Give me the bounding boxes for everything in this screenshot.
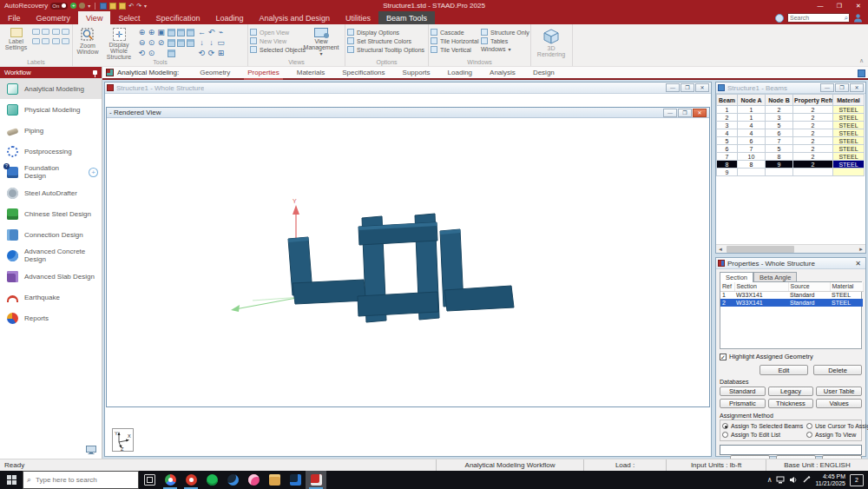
table-cell[interactable]: 1	[738, 114, 766, 122]
tab-supports[interactable]: Supports	[394, 67, 439, 78]
zoom-box-icon[interactable]: ▣	[156, 28, 166, 38]
label-tool-icon[interactable]	[32, 29, 40, 35]
sidebar-item-foundation-design[interactable]: ?Foundation Design+	[0, 162, 102, 182]
maximize-button[interactable]: ❐	[678, 109, 692, 117]
table-cell[interactable]	[833, 169, 865, 176]
sidebar-item-reports[interactable]: Reports	[0, 307, 102, 328]
front-view-icon[interactable]	[187, 29, 194, 36]
folder-icon[interactable]	[119, 3, 126, 10]
label-tool-icon[interactable]	[32, 38, 40, 44]
pin-icon[interactable]	[93, 70, 97, 75]
edit-list-field[interactable]	[720, 445, 862, 455]
tab-geometry[interactable]: Geometry	[191, 67, 239, 78]
menu-item-specification[interactable]: Specification	[148, 11, 207, 24]
label-tool-icon[interactable]	[42, 29, 49, 35]
set-structure-colors-button[interactable]: Set Structure Colors	[347, 37, 424, 44]
user-avatar-icon[interactable]	[853, 13, 863, 23]
perspective-view-icon[interactable]	[168, 50, 175, 57]
taskbar-browser-red-icon[interactable]	[181, 471, 201, 489]
table-cell[interactable]: 2	[717, 114, 738, 122]
table-cell[interactable]: 5	[766, 122, 793, 129]
network-icon[interactable]	[776, 476, 785, 484]
label-tool-icon[interactable]	[42, 38, 49, 44]
table-cell[interactable]: STEEL	[833, 106, 865, 114]
table-row[interactable]: 6752STEEL	[717, 145, 865, 153]
pan-icon[interactable]: ⊘	[156, 38, 166, 49]
taskbar-app-pink-icon[interactable]	[243, 471, 264, 489]
taskbar-search[interactable]: ⌕	[23, 471, 139, 489]
zoom-extents-icon[interactable]: ⊕	[147, 28, 156, 38]
sidebar-item-earthquake[interactable]: Earthquake	[0, 287, 102, 307]
table-cell[interactable]: 2	[793, 137, 833, 145]
table-cell[interactable]: 2	[793, 153, 833, 161]
section-row[interactable]: 2W33X141StandardSTEEL	[720, 299, 863, 307]
tray-expand-icon[interactable]: ∧	[767, 476, 773, 484]
monitor-icon[interactable]	[86, 446, 96, 454]
clock[interactable]: 4:45 PM 11/21/2025	[815, 473, 845, 487]
scroll-right-icon[interactable]: ►	[857, 247, 865, 252]
sidebar-item-physical-modeling[interactable]: Physical Modeling	[0, 99, 102, 120]
tab-design[interactable]: Design	[524, 67, 563, 78]
table-cell[interactable]: STEEL	[833, 129, 865, 137]
rotate-down-icon[interactable]: ↓	[197, 38, 207, 49]
beams-column-node-a[interactable]: Node A	[738, 95, 766, 106]
display-whole-structure-button[interactable]: ✛ Display Whole Structure	[102, 26, 135, 57]
expand-circle-icon[interactable]: +	[89, 168, 98, 177]
table-cell[interactable]: 8	[766, 153, 793, 161]
windows-menu-button[interactable]: Windows▾	[481, 46, 526, 52]
table-cell[interactable]: 3	[766, 114, 793, 122]
view-management-button[interactable]: View Management ▾	[302, 26, 340, 57]
tile-horizontal-button[interactable]: Tile Horizontal	[431, 37, 479, 44]
menu-item-loading[interactable]: Loading	[207, 11, 251, 24]
taskbar-chrome-icon[interactable]	[160, 471, 181, 489]
close-button[interactable]: ✕	[693, 109, 707, 117]
tab-analysis[interactable]: Analysis	[481, 67, 524, 78]
table-cell[interactable]: STEEL	[833, 153, 865, 161]
tab-materials[interactable]: Materials	[288, 67, 333, 78]
radio-assign-to-view[interactable]: Assign To View	[806, 432, 868, 438]
edit-list-input[interactable]	[720, 446, 861, 454]
table-cell[interactable]	[738, 169, 766, 176]
properties-column-source[interactable]: Source	[788, 282, 830, 291]
tables-button[interactable]: Tables	[481, 37, 526, 44]
beams-column-material[interactable]: Material	[833, 95, 865, 106]
help-globe-icon[interactable]	[775, 14, 784, 23]
table-cell[interactable]: 5	[717, 137, 738, 145]
table-cell[interactable]: 6	[738, 137, 766, 145]
horizontal-scrollbar[interactable]: ◄ ►	[716, 244, 865, 253]
taskbar-app-blue-icon[interactable]	[222, 471, 243, 489]
table-cell[interactable]: 3	[717, 122, 738, 129]
close-button[interactable]: ✕	[849, 0, 868, 11]
close-icon[interactable]: ✕	[852, 260, 864, 268]
table-cell[interactable]: 5	[766, 145, 793, 153]
display-options-button[interactable]: Display Options	[347, 29, 424, 36]
table-row[interactable]: 2132STEEL	[717, 114, 865, 122]
zoom-window-button[interactable]: Zoom Window	[75, 26, 101, 57]
selected-objects-button[interactable]: Selected Objects	[250, 46, 300, 53]
menu-item-analysis-and-design[interactable]: Analysis and Design	[251, 11, 338, 24]
properties-column-ref[interactable]: Ref	[720, 282, 734, 291]
section-cell[interactable]: Standard	[788, 299, 830, 307]
table-row[interactable]: 9	[717, 169, 865, 176]
label-tool-icon[interactable]	[52, 29, 60, 35]
beams-column-property-refn-[interactable]: Property Refn.	[793, 95, 833, 106]
open-view-button[interactable]: Open View	[250, 29, 300, 36]
maximize-button[interactable]: ❐	[835, 83, 849, 92]
table-cell[interactable]: 7	[766, 137, 793, 145]
table-cell[interactable]: 4	[738, 122, 766, 129]
spin-icon[interactable]: ⌁	[216, 28, 226, 38]
table-cell[interactable]: 1	[738, 106, 766, 114]
radio-assign-to-edit-list[interactable]: Assign To Edit List	[722, 432, 805, 438]
rotate-icon[interactable]: ⟲	[137, 49, 147, 59]
table-cell[interactable]: 4	[717, 129, 738, 137]
table-cell[interactable]: STEEL	[833, 145, 865, 153]
table-cell[interactable]: 2	[793, 106, 833, 114]
tab-overflow-icon[interactable]	[858, 69, 865, 77]
table-cell[interactable]: 9	[717, 169, 738, 176]
speaker-icon[interactable]	[789, 476, 798, 484]
label-settings-button[interactable]: Label Settings	[2, 26, 30, 57]
open-folder-icon[interactable]	[109, 3, 116, 10]
rendered-view-titlebar[interactable]: - Rendered View — ❐ ✕	[107, 108, 709, 118]
tab-loading[interactable]: Loading	[439, 67, 481, 78]
section-cell[interactable]: W33X141	[734, 291, 788, 299]
